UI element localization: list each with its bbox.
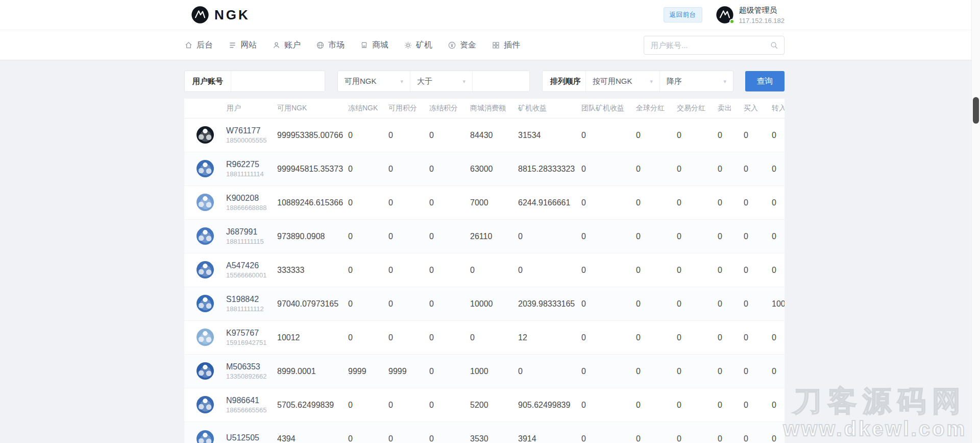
cell: 0: [429, 434, 470, 443]
users-table: 用户可用NGK冻结NGK可用积分冻结积分商城消费额矿机收益团队矿机收益全球分红交…: [184, 99, 785, 443]
cell: 0: [348, 198, 388, 207]
cell: 0: [581, 434, 636, 443]
cell: 0: [636, 131, 677, 140]
nav-item-后台[interactable]: 后台: [184, 40, 213, 51]
cell: 0: [581, 232, 636, 241]
cell: 0: [429, 232, 470, 241]
nav-item-label: 资金: [460, 40, 476, 51]
user-phone: 18811111114: [226, 171, 264, 178]
cell: 0: [677, 367, 718, 376]
username: N986641: [226, 396, 267, 405]
account-filter-group: 用户账号: [184, 71, 325, 92]
order-direction-select[interactable]: 降序 ▾: [659, 71, 733, 91]
column-header: 全球分红: [636, 104, 677, 113]
admin-profile[interactable]: 超级管理员 117.152.16.182: [716, 6, 785, 25]
cell: 0: [744, 131, 772, 140]
vertical-scrollbar[interactable]: [971, 0, 980, 443]
table-row[interactable]: S198842 18811111112 97040.07973165000100…: [184, 287, 785, 321]
column-header: 团队矿机收益: [581, 104, 636, 113]
cell: 0: [744, 165, 772, 174]
column-header: 可用积分: [388, 104, 429, 113]
chevron-down-icon: ▾: [650, 78, 653, 85]
search-input[interactable]: [644, 36, 785, 55]
nav-item-商城[interactable]: 商城: [360, 40, 388, 51]
table-row[interactable]: K975767 15916942751 10012000012000000: [184, 321, 785, 355]
table-row[interactable]: M506353 13350892662 8999.000199999999010…: [184, 355, 785, 388]
query-button[interactable]: 查询: [745, 71, 785, 91]
search-icon[interactable]: [770, 41, 778, 50]
column-header: 买入: [744, 104, 772, 113]
cell: 0: [772, 165, 785, 174]
cell: 333333: [277, 266, 348, 275]
shop-icon: [360, 41, 369, 50]
column-header: 可用NGK: [277, 104, 348, 113]
nav-item-网站[interactable]: 网站: [228, 40, 257, 51]
filter-bar: 用户账号 可用NGK ▾ 大于 ▾ 排列顺序 按可用NGK ▾ 降序 ▾: [184, 71, 785, 92]
cell: 0: [348, 131, 388, 140]
username: M506353: [226, 362, 267, 371]
column-header: 冻结NGK: [348, 104, 388, 113]
account-filter-input[interactable]: [231, 71, 325, 91]
operator-select[interactable]: 大于 ▾: [410, 71, 472, 91]
cell: 9999: [348, 367, 388, 376]
cell: 2039.98333165: [518, 299, 581, 309]
cell: 0: [677, 131, 718, 140]
cell: 4394: [277, 434, 348, 443]
user-avatar: [197, 194, 214, 211]
column-header: 矿机收益: [518, 104, 581, 113]
cell: 0: [718, 299, 744, 309]
order-field-select[interactable]: 按可用NGK ▾: [585, 71, 659, 91]
cell: 0: [581, 266, 636, 275]
table-row[interactable]: W761177 18500005555 999953385.0076600084…: [184, 119, 785, 152]
cell: 0: [348, 232, 388, 241]
user-cell: K900208 18866668888: [184, 194, 277, 212]
cell: 8815.28333323: [518, 165, 581, 174]
cell: 0: [718, 266, 744, 275]
nav-item-label: 账户: [284, 40, 301, 51]
user-avatar: [197, 160, 214, 177]
user-phone: 18656665565: [226, 407, 267, 414]
nav-item-账户[interactable]: 账户: [272, 40, 301, 51]
brand-name: NGK: [214, 7, 250, 23]
back-to-front-button[interactable]: 返回前台: [664, 7, 702, 22]
cell: 0: [677, 401, 718, 410]
table-row[interactable]: K900208 18866668888 10889246.61536600070…: [184, 186, 785, 220]
cell: 0: [636, 434, 677, 443]
cell: 0: [677, 333, 718, 342]
nav-item-矿机[interactable]: 矿机: [404, 40, 432, 51]
cell: 0: [744, 367, 772, 376]
cell: 0: [677, 434, 718, 443]
table-row[interactable]: U512505 439400035303914000000: [184, 422, 785, 443]
nav-item-label: 网站: [240, 40, 257, 51]
username: S198842: [226, 295, 264, 304]
user-avatar: [197, 430, 214, 443]
nav-item-市场[interactable]: 市场: [316, 40, 345, 51]
cell: 0: [518, 367, 581, 376]
cell: 0: [581, 401, 636, 410]
user-cell: N986641 18656665565: [184, 396, 277, 414]
nav-item-资金[interactable]: 资金: [448, 40, 476, 51]
cell: 10000: [470, 299, 518, 309]
table-row[interactable]: R962275 18811111114 999945815.3537300063…: [184, 152, 785, 186]
coin-icon: [448, 41, 456, 50]
nav-item-插件[interactable]: 插件: [492, 40, 520, 51]
cell: 0: [744, 198, 772, 207]
watermark-text: 刀客源码网: [783, 386, 967, 416]
field-select[interactable]: 可用NGK ▾: [338, 71, 410, 91]
threshold-input[interactable]: [472, 71, 529, 91]
cell: 0: [744, 333, 772, 342]
cell: 10889246.615366: [277, 198, 348, 207]
brand-logo[interactable]: NGK: [184, 6, 250, 24]
cell: 0: [744, 232, 772, 241]
scrollbar-thumb[interactable]: [973, 97, 979, 124]
user-phone: 15916942751: [226, 339, 267, 346]
chevron-down-icon: ▾: [723, 78, 726, 85]
table-row[interactable]: N986641 18656665565 5705.624998390005200…: [184, 388, 785, 422]
cell: 0: [636, 165, 677, 174]
table-row[interactable]: J687991 18811111115 973890.0908000261100…: [184, 220, 785, 253]
cell: 3914: [518, 434, 581, 443]
home-icon: [184, 41, 193, 50]
table-row[interactable]: A547426 15566660001 33333300000000000: [184, 253, 785, 287]
cell: 0: [718, 198, 744, 207]
username: A547426: [226, 261, 267, 270]
